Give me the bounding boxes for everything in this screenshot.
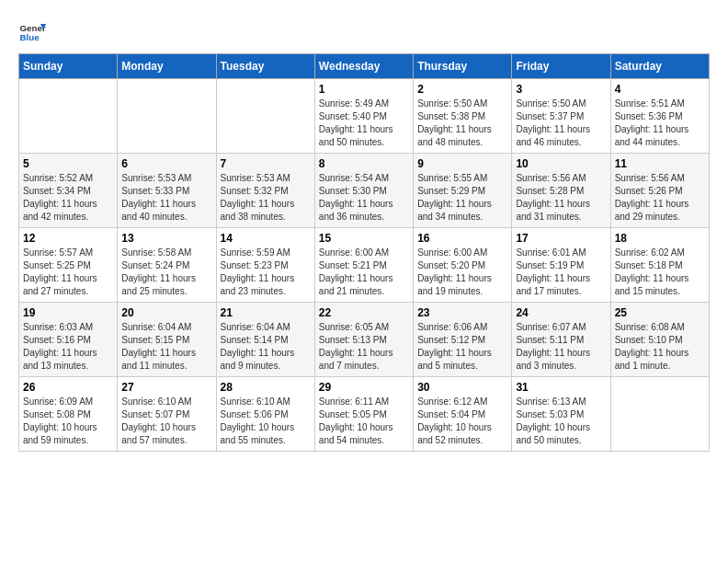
day-number: 24	[516, 306, 606, 319]
calendar-cell	[118, 79, 216, 154]
day-info: Sunrise: 6:04 AM Sunset: 5:14 PM Dayligh…	[221, 321, 311, 373]
day-number: 27	[121, 381, 211, 394]
calendar-cell: 16Sunrise: 6:00 AM Sunset: 5:20 PM Dayli…	[414, 228, 512, 303]
day-info: Sunrise: 6:09 AM Sunset: 5:08 PM Dayligh…	[23, 396, 113, 447]
day-number: 12	[23, 232, 113, 245]
calendar-cell: 27Sunrise: 6:10 AM Sunset: 5:07 PM Dayli…	[118, 377, 216, 452]
calendar-week-row: 19Sunrise: 6:03 AM Sunset: 5:16 PM Dayli…	[19, 303, 710, 377]
day-number: 9	[417, 157, 507, 170]
calendar-cell: 18Sunrise: 6:02 AM Sunset: 5:18 PM Dayli…	[610, 228, 709, 303]
weekday-header-thursday: Thursday	[414, 54, 512, 79]
calendar-cell: 6Sunrise: 5:53 AM Sunset: 5:33 PM Daylig…	[118, 154, 216, 228]
day-info: Sunrise: 5:57 AM Sunset: 5:25 PM Dayligh…	[23, 247, 113, 298]
weekday-header-sunday: Sunday	[19, 54, 118, 79]
calendar-week-row: 5Sunrise: 5:52 AM Sunset: 5:34 PM Daylig…	[19, 154, 710, 228]
day-number: 17	[516, 232, 606, 245]
day-info: Sunrise: 6:10 AM Sunset: 5:06 PM Dayligh…	[221, 396, 311, 447]
logo-icon: General Blue	[18, 18, 46, 46]
day-number: 18	[615, 232, 705, 245]
day-info: Sunrise: 6:05 AM Sunset: 5:13 PM Dayligh…	[319, 321, 409, 373]
day-info: Sunrise: 6:13 AM Sunset: 5:03 PM Dayligh…	[516, 396, 606, 447]
calendar-cell	[216, 79, 314, 154]
weekday-header-saturday: Saturday	[610, 54, 709, 79]
calendar-cell: 20Sunrise: 6:04 AM Sunset: 5:15 PM Dayli…	[118, 303, 216, 377]
day-number: 28	[221, 381, 311, 394]
calendar-cell: 3Sunrise: 5:50 AM Sunset: 5:37 PM Daylig…	[512, 79, 610, 154]
day-info: Sunrise: 5:59 AM Sunset: 5:23 PM Dayligh…	[221, 247, 311, 298]
calendar-cell: 31Sunrise: 6:13 AM Sunset: 5:03 PM Dayli…	[512, 377, 610, 452]
day-number: 29	[319, 381, 409, 394]
calendar-cell: 17Sunrise: 6:01 AM Sunset: 5:19 PM Dayli…	[512, 228, 610, 303]
day-info: Sunrise: 5:51 AM Sunset: 5:36 PM Dayligh…	[615, 98, 705, 149]
day-number: 8	[319, 157, 409, 170]
day-info: Sunrise: 6:10 AM Sunset: 5:07 PM Dayligh…	[121, 396, 211, 447]
day-info: Sunrise: 6:04 AM Sunset: 5:15 PM Dayligh…	[121, 321, 211, 373]
calendar-cell	[610, 377, 709, 452]
day-info: Sunrise: 5:55 AM Sunset: 5:29 PM Dayligh…	[417, 172, 507, 224]
page-header: General Blue	[18, 18, 710, 46]
day-number: 3	[516, 83, 606, 96]
calendar-table: SundayMondayTuesdayWednesdayThursdayFrid…	[18, 53, 710, 452]
calendar-cell: 21Sunrise: 6:04 AM Sunset: 5:14 PM Dayli…	[216, 303, 314, 377]
day-number: 23	[417, 306, 507, 319]
weekday-row: SundayMondayTuesdayWednesdayThursdayFrid…	[19, 54, 710, 79]
calendar-week-row: 1Sunrise: 5:49 AM Sunset: 5:40 PM Daylig…	[19, 79, 710, 154]
day-number: 22	[319, 306, 409, 319]
calendar-header: SundayMondayTuesdayWednesdayThursdayFrid…	[19, 54, 710, 79]
day-number: 4	[615, 83, 705, 96]
day-info: Sunrise: 5:50 AM Sunset: 5:38 PM Dayligh…	[417, 98, 507, 149]
day-number: 1	[319, 83, 409, 96]
day-number: 5	[23, 157, 113, 170]
day-number: 21	[221, 306, 311, 319]
day-info: Sunrise: 5:58 AM Sunset: 5:24 PM Dayligh…	[121, 247, 211, 298]
calendar-cell: 26Sunrise: 6:09 AM Sunset: 5:08 PM Dayli…	[19, 377, 118, 452]
calendar-cell: 28Sunrise: 6:10 AM Sunset: 5:06 PM Dayli…	[216, 377, 314, 452]
day-number: 30	[417, 381, 507, 394]
day-info: Sunrise: 5:56 AM Sunset: 5:26 PM Dayligh…	[615, 172, 705, 224]
day-number: 2	[417, 83, 507, 96]
calendar-cell: 2Sunrise: 5:50 AM Sunset: 5:38 PM Daylig…	[414, 79, 512, 154]
day-number: 15	[319, 232, 409, 245]
day-number: 6	[121, 157, 211, 170]
day-number: 11	[615, 157, 705, 170]
day-info: Sunrise: 6:03 AM Sunset: 5:16 PM Dayligh…	[23, 321, 113, 373]
day-info: Sunrise: 5:50 AM Sunset: 5:37 PM Dayligh…	[516, 98, 606, 149]
calendar-cell: 22Sunrise: 6:05 AM Sunset: 5:13 PM Dayli…	[314, 303, 413, 377]
weekday-header-friday: Friday	[512, 54, 610, 79]
calendar-cell: 19Sunrise: 6:03 AM Sunset: 5:16 PM Dayli…	[19, 303, 118, 377]
day-info: Sunrise: 6:08 AM Sunset: 5:10 PM Dayligh…	[615, 321, 705, 373]
day-info: Sunrise: 6:00 AM Sunset: 5:20 PM Dayligh…	[417, 247, 507, 298]
day-number: 26	[23, 381, 113, 394]
day-info: Sunrise: 6:12 AM Sunset: 5:04 PM Dayligh…	[417, 396, 507, 447]
day-info: Sunrise: 6:11 AM Sunset: 5:05 PM Dayligh…	[319, 396, 409, 447]
calendar-cell: 25Sunrise: 6:08 AM Sunset: 5:10 PM Dayli…	[610, 303, 709, 377]
day-info: Sunrise: 5:52 AM Sunset: 5:34 PM Dayligh…	[23, 172, 113, 224]
day-info: Sunrise: 6:02 AM Sunset: 5:18 PM Dayligh…	[615, 247, 705, 298]
day-number: 13	[121, 232, 211, 245]
calendar-week-row: 12Sunrise: 5:57 AM Sunset: 5:25 PM Dayli…	[19, 228, 710, 303]
day-number: 19	[23, 306, 113, 319]
day-number: 20	[121, 306, 211, 319]
day-number: 14	[221, 232, 311, 245]
day-info: Sunrise: 6:07 AM Sunset: 5:11 PM Dayligh…	[516, 321, 606, 373]
calendar-cell: 7Sunrise: 5:53 AM Sunset: 5:32 PM Daylig…	[216, 154, 314, 228]
day-number: 31	[516, 381, 606, 394]
day-info: Sunrise: 5:53 AM Sunset: 5:33 PM Dayligh…	[121, 172, 211, 224]
calendar-body: 1Sunrise: 5:49 AM Sunset: 5:40 PM Daylig…	[19, 79, 710, 452]
day-info: Sunrise: 5:54 AM Sunset: 5:30 PM Dayligh…	[319, 172, 409, 224]
day-info: Sunrise: 5:49 AM Sunset: 5:40 PM Dayligh…	[319, 98, 409, 149]
calendar-cell: 13Sunrise: 5:58 AM Sunset: 5:24 PM Dayli…	[118, 228, 216, 303]
calendar-cell: 30Sunrise: 6:12 AM Sunset: 5:04 PM Dayli…	[414, 377, 512, 452]
calendar-cell: 14Sunrise: 5:59 AM Sunset: 5:23 PM Dayli…	[216, 228, 314, 303]
calendar-cell: 15Sunrise: 6:00 AM Sunset: 5:21 PM Dayli…	[314, 228, 413, 303]
calendar-cell: 24Sunrise: 6:07 AM Sunset: 5:11 PM Dayli…	[512, 303, 610, 377]
calendar-cell: 9Sunrise: 5:55 AM Sunset: 5:29 PM Daylig…	[414, 154, 512, 228]
calendar-cell: 12Sunrise: 5:57 AM Sunset: 5:25 PM Dayli…	[19, 228, 118, 303]
calendar-cell: 11Sunrise: 5:56 AM Sunset: 5:26 PM Dayli…	[610, 154, 709, 228]
day-info: Sunrise: 6:06 AM Sunset: 5:12 PM Dayligh…	[417, 321, 507, 373]
calendar-cell: 8Sunrise: 5:54 AM Sunset: 5:30 PM Daylig…	[314, 154, 413, 228]
weekday-header-monday: Monday	[118, 54, 216, 79]
calendar-cell: 1Sunrise: 5:49 AM Sunset: 5:40 PM Daylig…	[314, 79, 413, 154]
calendar-cell: 5Sunrise: 5:52 AM Sunset: 5:34 PM Daylig…	[19, 154, 118, 228]
day-info: Sunrise: 5:56 AM Sunset: 5:28 PM Dayligh…	[516, 172, 606, 224]
